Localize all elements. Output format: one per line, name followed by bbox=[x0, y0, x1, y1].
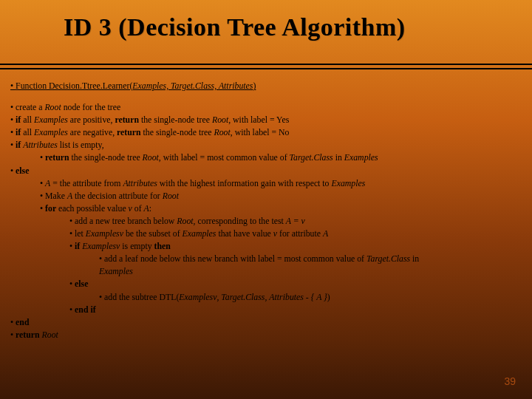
step-add-subtree: add the subtree DTL(Examplesv, Target.Cl… bbox=[10, 291, 522, 304]
text: node for the tree bbox=[64, 102, 121, 112]
var-root: Root bbox=[212, 115, 228, 125]
text: list is empty, bbox=[58, 140, 104, 150]
text: let bbox=[75, 228, 86, 239]
step-if-attrs-empty: if Attributes list is empty, bbox=[10, 139, 522, 151]
step-if-positive: if all Examples are positive, return the… bbox=[10, 114, 522, 126]
step-a-best-attr: A = the attribute from Attributes with t… bbox=[10, 177, 522, 190]
var-examplesv: Examplesv bbox=[86, 228, 123, 239]
text: = the attribute from bbox=[50, 178, 123, 188]
text: for attribute bbox=[277, 228, 323, 239]
var-targetclass: Target.Class bbox=[290, 152, 333, 163]
text: all bbox=[23, 127, 34, 137]
kw-if: if bbox=[16, 115, 23, 125]
text: the decision attribute for bbox=[72, 191, 163, 201]
step-create-root: create a Root node for the tree bbox=[10, 101, 522, 114]
text: be the subset of bbox=[123, 228, 183, 239]
var-examples: Examples bbox=[331, 178, 365, 188]
divider-line-1 bbox=[0, 64, 532, 65]
divider-line-2 bbox=[0, 68, 532, 69]
text: , with label = most common value of bbox=[159, 152, 290, 163]
var-examples: Examples bbox=[183, 228, 216, 239]
kw-if: if bbox=[75, 241, 82, 251]
step-inner-else: else bbox=[10, 278, 522, 290]
var-examples: Examples bbox=[34, 115, 68, 125]
root-word: Root bbox=[44, 102, 63, 112]
kw-for: for bbox=[45, 203, 58, 214]
step-add-branch: add a new tree branch below Root, corres… bbox=[10, 215, 522, 228]
text: the single-node tree bbox=[143, 127, 214, 137]
kw-if: if bbox=[16, 140, 23, 150]
var-attributes: Attributes bbox=[23, 140, 58, 150]
kw-return: return bbox=[117, 127, 143, 137]
text: all bbox=[23, 115, 34, 125]
step-else: else bbox=[10, 165, 522, 177]
kw-return: return bbox=[115, 115, 141, 125]
text: : bbox=[149, 203, 151, 214]
step-return-common: return the single-node tree Root, with l… bbox=[10, 151, 522, 164]
text: add a leaf node below this new branch wi… bbox=[104, 253, 366, 264]
function-signature: Function Decision.Ttree.Learner(Examples… bbox=[10, 80, 522, 92]
kw-else: else bbox=[16, 166, 29, 176]
text: , corresponding to the test bbox=[194, 216, 286, 226]
step-return-root: return Root bbox=[10, 329, 522, 341]
text: add the subtree DTL( bbox=[104, 292, 179, 302]
text: , with label = No bbox=[231, 127, 290, 137]
step-if-negative: if all Examples are negative, return the… bbox=[10, 126, 522, 139]
var-a: A bbox=[323, 228, 328, 239]
text: that have value bbox=[216, 228, 273, 239]
fn-args: Examples, Target.Class, Attributes bbox=[132, 81, 253, 91]
var-root: Root bbox=[214, 127, 231, 137]
text: add a new tree branch below bbox=[75, 216, 177, 226]
text: ) bbox=[327, 292, 330, 302]
var-examples: Examples bbox=[34, 127, 68, 137]
text: of bbox=[132, 203, 144, 214]
text: are negative, bbox=[68, 127, 117, 137]
var-root: Root bbox=[163, 191, 179, 201]
step-add-leaf: add a leaf node below this new branch wi… bbox=[10, 253, 522, 265]
kw-endif: end if bbox=[75, 304, 96, 315]
fn-name: Decision.Ttree.Learner( bbox=[49, 81, 132, 91]
var-examples: Examples bbox=[99, 266, 133, 276]
text: each possible value bbox=[58, 203, 129, 214]
text: is empty bbox=[120, 241, 154, 251]
page-number: 39 bbox=[504, 375, 516, 387]
spacer bbox=[10, 92, 522, 101]
text: with the highest information gain with r… bbox=[157, 178, 332, 188]
kw-end: end bbox=[16, 317, 29, 327]
step-for-each: for each possible value v of A: bbox=[10, 202, 522, 215]
text: Make bbox=[45, 191, 67, 201]
var-examplesv: Examplesv bbox=[82, 241, 120, 251]
step-if-examplesv-empty: if Examplesv is empty then bbox=[10, 240, 522, 253]
step-examplesv: let Examplesv be the subset of Examples … bbox=[10, 228, 522, 240]
fn-prefix: Function bbox=[16, 81, 49, 91]
var-test-av: A = v bbox=[286, 216, 305, 226]
text: are positive, bbox=[68, 115, 115, 125]
var-attrs-minus-a: Attributes - { A } bbox=[269, 292, 327, 302]
kw-return: return bbox=[16, 330, 42, 340]
var-examples: Examples bbox=[344, 152, 378, 163]
var-root: Root bbox=[143, 152, 159, 163]
text: in bbox=[333, 152, 344, 163]
text: , with label = Yes bbox=[228, 115, 289, 125]
step-add-leaf-cont: Examples bbox=[10, 265, 522, 278]
text: in bbox=[410, 253, 419, 264]
var-examplesv: Examplesv bbox=[179, 292, 216, 302]
var-targetclass: Target.Class bbox=[366, 253, 410, 264]
slide-body: Function Decision.Ttree.Learner(Examples… bbox=[10, 80, 522, 389]
kw-else: else bbox=[75, 279, 88, 289]
slide: ID 3 (Decision Tree Algorithm) Function … bbox=[0, 0, 532, 399]
step-endif-inner: end if bbox=[10, 304, 522, 316]
slide-title: ID 3 (Decision Tree Algorithm) bbox=[64, 13, 502, 41]
kw-then: then bbox=[154, 241, 171, 251]
var-targetclass: Target.Class bbox=[221, 292, 265, 302]
text: create a bbox=[16, 102, 44, 112]
var-a: A bbox=[144, 203, 149, 214]
var-root: Root bbox=[177, 216, 193, 226]
fn-close: ) bbox=[253, 81, 256, 91]
kw-return: return bbox=[45, 152, 72, 163]
var-root: Root bbox=[42, 330, 58, 340]
text: the single-node tree bbox=[141, 115, 212, 125]
text: the single-node tree bbox=[72, 152, 143, 163]
step-make-decision-attr: Make A the decision attribute for Root bbox=[10, 190, 522, 202]
kw-if: if bbox=[16, 127, 23, 137]
